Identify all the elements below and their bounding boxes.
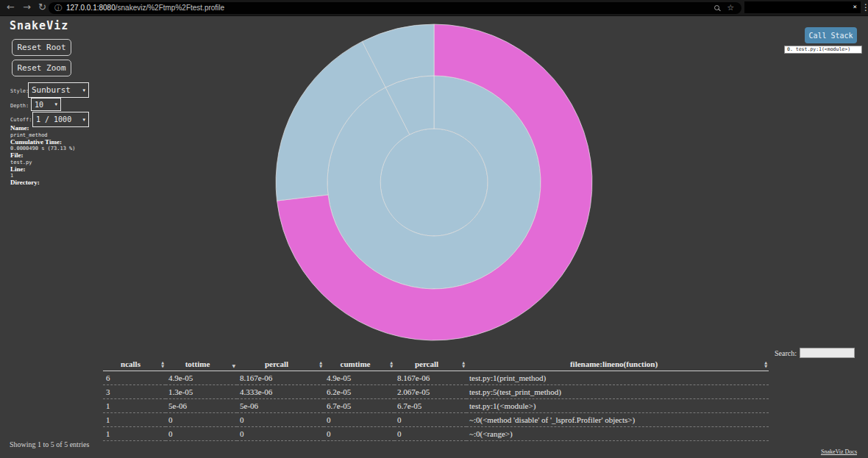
cell-cumtime: 6.2e-05 (324, 385, 394, 399)
style-select-value: Sunburst (32, 85, 71, 95)
cell-percall: 0 (394, 413, 466, 427)
reset-zoom-button[interactable]: Reset Zoom (12, 60, 71, 76)
cell-percall: 0 (394, 427, 466, 441)
cutoff-select-value: 1 / 1000 (36, 115, 71, 124)
sort-icon: ▲▼ (764, 361, 767, 368)
search-icon[interactable] (714, 5, 719, 10)
info-file-label: File: (10, 152, 106, 160)
docs-link[interactable]: SnakeViz Docs (821, 448, 857, 455)
url-path: /snakeviz/%2Ftmp%2Ftest.profile (115, 4, 224, 12)
sunburst-root[interactable] (380, 129, 488, 236)
info-name-label: Name: (10, 125, 106, 132)
column-header-ncalls[interactable]: ncalls▲▼ (103, 358, 166, 371)
chevron-down-icon: ▾ (82, 87, 85, 93)
cell-filename:lineno(function): test.py:1(<module>) (466, 399, 769, 413)
url-text: 127.0.0.1:8080/snakeviz/%2Ftmp%2Ftest.pr… (66, 4, 224, 12)
cell-cumtime: 0 (324, 427, 394, 441)
depth-select-value: 10 (35, 101, 43, 109)
screen: ← → ↻ ⓘ 127.0.0.1:8080/snakeviz/%2Ftmp%2… (0, 0, 868, 458)
info-cumtime-value: 0.0000490 s (73.13 %) (10, 146, 106, 152)
reset-root-button[interactable]: Reset Root (12, 39, 71, 56)
cell-tottime: 0 (166, 427, 237, 441)
url-host: 127.0.0.1:8080 (66, 4, 115, 12)
call-stack-item[interactable]: 0. test.py:1(<module>) (787, 46, 850, 52)
chevron-down-icon: ▾ (82, 117, 85, 123)
sort-icon: ▲▼ (390, 361, 393, 368)
column-label: ncalls (121, 359, 140, 368)
style-select[interactable]: Sunburst ▾ (28, 82, 89, 98)
info-directory-label: Directory: (10, 179, 106, 187)
column-header-filename:lineno(function)[interactable]: filename:lineno(function)▲▼ (466, 358, 769, 371)
depth-label: Depth: (10, 103, 29, 109)
forward-icon[interactable]: → (23, 1, 31, 12)
menu-kebab-icon[interactable]: ⋮ (861, 2, 868, 12)
page-title: SnakeViz (10, 19, 68, 32)
cell-percall: 4.333e-06 (237, 385, 324, 399)
cell-filename:lineno(function): test.py:5(test_print_method) (466, 385, 769, 399)
cell-cumtime: 0 (324, 413, 394, 427)
cell-ncalls: 3 (103, 385, 166, 399)
cell-filename:lineno(function): test.py:1(print_method) (466, 371, 769, 385)
cell-ncalls: 1 (103, 399, 166, 413)
cell-percall: 0 (237, 413, 324, 427)
reload-icon[interactable]: ↻ (38, 1, 46, 12)
cell-percall: 8.167e-06 (237, 371, 324, 385)
call-stack-list: 0. test.py:1(<module>) (784, 46, 862, 54)
browser-overlay-box: × (744, 1, 861, 13)
column-label: filename:lineno(function) (570, 359, 658, 368)
table-row: 10000~:0(<method 'disable' of '_lsprof.P… (103, 413, 769, 427)
cell-ncalls: 6 (103, 371, 166, 385)
column-header-tottime[interactable]: tottime▼ (166, 358, 237, 371)
cell-filename:lineno(function): ~:0(<range>) (466, 427, 769, 441)
sort-icon: ▲▼ (462, 361, 465, 368)
stats-table: ncalls▲▼tottime▼percall▲▼cumtime▲▼percal… (103, 358, 769, 441)
table-row: 10000~:0(<range>) (103, 427, 769, 441)
info-line-label: Line: (10, 166, 106, 173)
cutoff-label: Cutoff: (10, 117, 32, 123)
cell-filename:lineno(function): ~:0(<method 'disable' of '_lsprof.Profil… (466, 413, 769, 427)
cell-ncalls: 1 (103, 427, 166, 441)
column-header-percall[interactable]: percall▲▼ (237, 358, 324, 371)
back-icon[interactable]: ← (7, 1, 15, 12)
column-label: tottime (185, 359, 210, 368)
page-info-icon[interactable]: ⓘ (54, 4, 62, 12)
cell-percall: 2.067e-05 (394, 385, 466, 399)
cell-percall: 8.167e-06 (394, 371, 466, 385)
stats-table-wrap: ncalls▲▼tottime▼percall▲▼cumtime▲▼percal… (103, 358, 769, 441)
bookmark-star-icon[interactable]: ☆ (727, 3, 734, 12)
depth-select[interactable]: 10 ▾ (31, 98, 61, 111)
close-icon[interactable]: × (853, 3, 857, 11)
search-label: Search: (775, 349, 797, 357)
column-header-cumtime[interactable]: cumtime▲▼ (324, 358, 394, 371)
browser-toolbar: ← → ↻ ⓘ 127.0.0.1:8080/snakeviz/%2Ftmp%2… (0, 0, 868, 16)
cell-cumtime: 4.9e-05 (324, 371, 394, 385)
info-cumtime-label: Cumulative Time: (10, 139, 106, 146)
cell-percall: 0 (237, 427, 324, 441)
cell-tottime: 5e-06 (166, 399, 237, 413)
cell-percall: 6.7e-05 (394, 399, 466, 413)
column-label: percall (415, 359, 438, 368)
cell-tottime: 4.9e-05 (166, 371, 237, 385)
column-label: cumtime (341, 359, 371, 368)
table-row: 64.9e-058.167e-064.9e-058.167e-06test.py… (103, 371, 769, 385)
sort-icon: ▲▼ (161, 361, 164, 368)
table-summary: Showing 1 to 5 of 5 entries (10, 440, 89, 448)
cell-cumtime: 6.7e-05 (324, 399, 394, 413)
cell-tottime: 0 (166, 413, 237, 427)
address-bar[interactable]: ⓘ 127.0.0.1:8080/snakeviz/%2Ftmp%2Ftest.… (49, 2, 741, 14)
cell-tottime: 1.3e-05 (166, 385, 237, 399)
call-stack-button[interactable]: Call Stack (805, 27, 857, 43)
table-row: 31.3e-054.333e-066.2e-052.067e-05test.py… (103, 385, 769, 399)
search-input[interactable] (800, 348, 855, 358)
table-row: 15e-065e-066.7e-056.7e-05test.py:1(<modu… (103, 399, 769, 413)
style-label: Style: (10, 88, 29, 94)
sort-icon: ▲▼ (319, 361, 322, 368)
selection-info-panel: Name: print_method Cumulative Time: 0.00… (10, 125, 106, 187)
column-header-percall[interactable]: percall▲▼ (394, 358, 466, 371)
table-header-row: ncalls▲▼tottime▼percall▲▼cumtime▲▼percal… (103, 358, 769, 371)
cell-percall: 5e-06 (237, 399, 324, 413)
sort-icon: ▼ (232, 364, 235, 368)
column-label: percall (265, 359, 288, 368)
chevron-down-icon: ▾ (54, 101, 57, 107)
sunburst-chart (274, 23, 594, 342)
